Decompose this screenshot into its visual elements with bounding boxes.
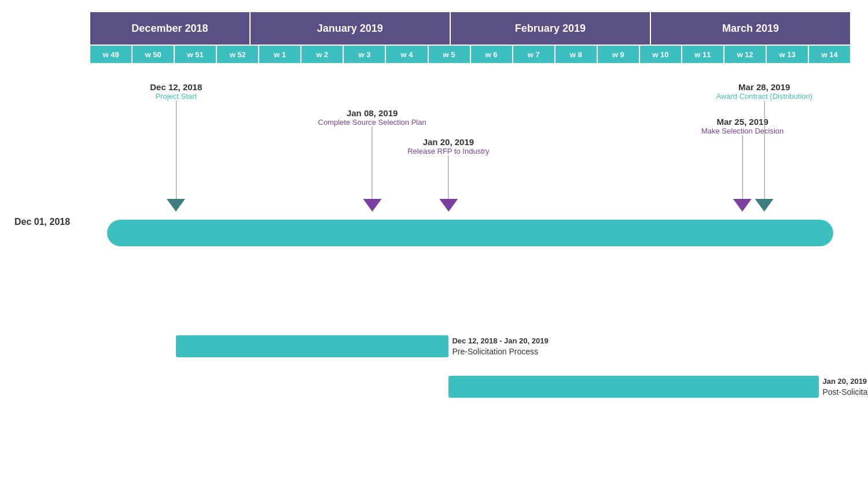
process-bars-area: Dec 12, 2018 - Jan 20, 2019Pre-Solicitat… <box>90 335 851 428</box>
proc-date-post-solicitation: Jan 20, 2019 - Mar 29, 2019 <box>822 377 868 386</box>
month-cell-3: March 2019 <box>650 12 851 45</box>
months-row: December 2018January 2019February 2019Ma… <box>90 12 851 45</box>
week-cell-0: w 49 <box>90 45 132 64</box>
week-cell-14: w 11 <box>682 45 724 64</box>
week-cell-17: w 14 <box>808 45 851 64</box>
milestone-label-source-selection: Complete Source Selection Plan <box>318 118 426 127</box>
week-cell-8: w 5 <box>428 45 470 64</box>
month-cell-1: January 2019 <box>250 12 450 45</box>
week-cell-1: w 50 <box>132 45 174 64</box>
milestone-date-project-start: Dec 12, 2018 <box>150 82 202 92</box>
milestone-date-award-contract: Mar 28, 2019 <box>738 82 790 92</box>
week-cell-12: w 9 <box>597 45 639 64</box>
milestone-date-source-selection: Jan 08, 2019 <box>347 108 398 118</box>
milestone-line-source-selection <box>372 127 373 199</box>
proc-name-pre-solicitation: Pre-Solicitation Process <box>452 347 538 356</box>
milestone-triangle-source-selection <box>363 199 381 212</box>
main-timeline-bar <box>107 220 833 246</box>
milestone-line-project-start <box>176 101 176 199</box>
proc-date-pre-solicitation: Dec 12, 2018 - Jan 20, 2019 <box>452 336 548 345</box>
week-cell-2: w 51 <box>174 45 216 64</box>
bar-start-date: Dec 01, 2018 <box>14 217 70 227</box>
week-cell-6: w 3 <box>343 45 385 64</box>
weeks-row: w 49w 50w 51w 52w 1w 2w 3w 4w 5w 6w 7w 8… <box>90 45 851 64</box>
month-cell-2: February 2019 <box>450 12 650 45</box>
milestone-triangle-release-rfp <box>439 199 458 212</box>
week-cell-10: w 7 <box>513 45 555 64</box>
week-cell-4: w 1 <box>259 45 301 64</box>
milestone-triangle-project-start <box>167 199 185 212</box>
milestone-date-release-rfp: Jan 20, 2019 <box>423 137 474 147</box>
month-cell-0: December 2018 <box>90 12 250 45</box>
week-cell-3: w 52 <box>216 45 259 64</box>
week-cell-9: w 6 <box>470 45 513 64</box>
week-cell-5: w 2 <box>301 45 343 64</box>
milestone-line-award-contract <box>764 101 764 199</box>
milestone-triangle-award-contract <box>755 199 774 212</box>
proc-bar-post-solicitation <box>448 376 819 398</box>
milestone-label-award-contract: Award Contract (Distribution) <box>716 92 812 101</box>
milestone-award-contract: Mar 28, 2019Award Contract (Distribution… <box>716 82 812 212</box>
milestone-label-release-rfp: Release RFP to Industry <box>407 147 489 156</box>
milestone-label-project-start: Project Start <box>155 92 197 101</box>
milestone-release-rfp: Jan 20, 2019Release RFP to Industry <box>407 137 489 212</box>
proc-name-post-solicitation: Post-Solicitation Process <box>822 387 868 397</box>
gantt-container: December 2018January 2019February 2019Ma… <box>90 12 851 312</box>
milestone-project-start: Dec 12, 2018Project Start <box>150 82 202 212</box>
week-cell-16: w 13 <box>766 45 808 64</box>
timeline-area: Dec 01, 2018 Mar 31, 2019 Dec 12, 2018Pr… <box>90 69 851 312</box>
week-cell-11: w 8 <box>555 45 597 64</box>
week-cell-15: w 12 <box>724 45 766 64</box>
proc-bar-pre-solicitation <box>176 335 448 357</box>
week-cell-13: w 10 <box>639 45 682 64</box>
milestone-line-release-rfp <box>448 156 448 199</box>
week-cell-7: w 4 <box>385 45 428 64</box>
